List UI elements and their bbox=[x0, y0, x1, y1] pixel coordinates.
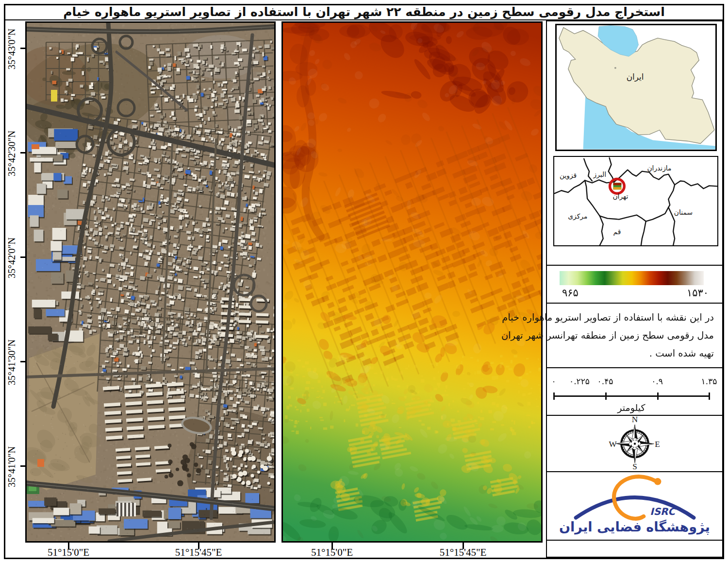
scale-bar-tick bbox=[605, 392, 607, 400]
latitude-label: 35°41'0"N bbox=[4, 424, 19, 510]
latitude-label: 35°41'30"N bbox=[4, 320, 19, 405]
latitude-label: 35°43'0"N bbox=[4, 6, 19, 92]
iran-overview-map: ایران bbox=[555, 24, 717, 151]
isrc-logo-icon: ISRC bbox=[569, 474, 701, 521]
lat-tick bbox=[20, 465, 25, 467]
scale-tick-label: ۰.۲۲۵ bbox=[569, 376, 590, 386]
latitude-label: 35°42'30"N bbox=[4, 111, 19, 196]
description-line: تهیه شده است . bbox=[552, 344, 714, 362]
country-label: ایران bbox=[627, 72, 644, 82]
scale-unit-label: کیلومتر bbox=[617, 402, 645, 413]
compass-north-label: N bbox=[631, 416, 637, 424]
page-title: استخراج مدل رقومی سطح زمین در منطقه ۲۲ ش… bbox=[10, 4, 718, 19]
latitude-label: 35°42'0"N bbox=[4, 215, 19, 301]
compass-east-label: E bbox=[655, 440, 660, 449]
iran-map-graphic: ایران bbox=[557, 25, 715, 150]
longitude-label: 51°15'45"E bbox=[440, 546, 487, 559]
compass-section: N E S W bbox=[547, 415, 722, 471]
scale-bar-tick bbox=[709, 392, 710, 400]
legend-max-value: ۱۵۳۰ bbox=[687, 287, 709, 299]
dem-image-canvas bbox=[283, 23, 541, 541]
province-label-mazandaran: مازندران bbox=[647, 164, 671, 172]
scale-tick-label: ۰ bbox=[551, 376, 556, 386]
province-label-qom: قم bbox=[613, 228, 621, 236]
organization-logo: ISRC پژوهشگاه فضایی ایران bbox=[547, 471, 722, 541]
province-label-markazi: مرکزی bbox=[568, 212, 587, 221]
longitude-label: 51°15'45"E bbox=[175, 546, 222, 559]
scale-tick-label: ۰.۹ bbox=[651, 376, 663, 386]
satellite-image-canvas bbox=[27, 23, 274, 541]
compass-south-label: S bbox=[632, 462, 637, 471]
legend-min-value: ۹۶۵ bbox=[562, 287, 579, 299]
sidebar: ایران bbox=[546, 20, 723, 558]
scale-bar-line bbox=[553, 395, 710, 397]
scale-bar-tick bbox=[657, 392, 659, 400]
description-line: در این نقشه با استفاده از تصاویر استریو … bbox=[552, 308, 714, 326]
lat-tick bbox=[20, 361, 25, 362]
scale-tick-label: ۰.۴۵ bbox=[597, 376, 613, 386]
city-dot bbox=[614, 67, 616, 69]
longitude-label: 51°15'0"E bbox=[48, 546, 89, 559]
scale-bar: ۰ ۰.۲۲۵ ۰.۴۵ ۰.۹ ۱.۳۵ کیلومتر bbox=[547, 367, 722, 415]
logo-acronym: ISRC bbox=[650, 506, 676, 517]
elevation-color-ramp bbox=[560, 271, 704, 285]
province-label-tehran: تهران bbox=[612, 192, 628, 201]
province-label-qazvin: قزوین bbox=[560, 171, 577, 180]
map-layout-page: استخراج مدل رقومی سطح زمین در منطقه ۲۲ ش… bbox=[0, 0, 728, 563]
province-map-graphic: قزوین البرز مازندران تهران سمنان مرکزی ق… bbox=[554, 157, 717, 245]
scale-tick-label: ۱.۳۵ bbox=[701, 376, 717, 386]
province-label-alborz: البرز bbox=[593, 171, 607, 179]
compass-rose-icon: N E S W bbox=[607, 416, 662, 471]
province-inset-map: قزوین البرز مازندران تهران سمنان مرکزی ق… bbox=[553, 156, 718, 246]
description-line: مدل رقومی سطح زمین از منطقه تهرانسر شهر … bbox=[552, 326, 714, 344]
lat-tick bbox=[20, 256, 25, 258]
lat-tick bbox=[20, 48, 25, 49]
satellite-map-panel bbox=[25, 21, 276, 543]
longitude-label: 51°15'0"E bbox=[311, 546, 353, 559]
province-label-semnan: سمنان bbox=[674, 208, 693, 216]
logo-organization-name: پژوهشگاه فضایی ایران bbox=[547, 519, 722, 534]
compass-west-label: W bbox=[609, 440, 617, 449]
dem-map-panel bbox=[281, 21, 543, 543]
lat-tick bbox=[20, 152, 25, 154]
map-description: در این نقشه با استفاده از تصاویر استریو … bbox=[547, 303, 722, 367]
scale-bar-tick bbox=[553, 392, 555, 400]
elevation-legend: ۹۶۵ ۱۵۳۰ bbox=[547, 265, 722, 303]
